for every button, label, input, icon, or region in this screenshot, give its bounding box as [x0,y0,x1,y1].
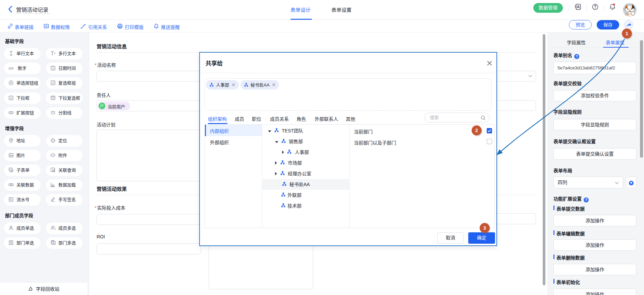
svg-text:123: 123 [8,67,13,70]
